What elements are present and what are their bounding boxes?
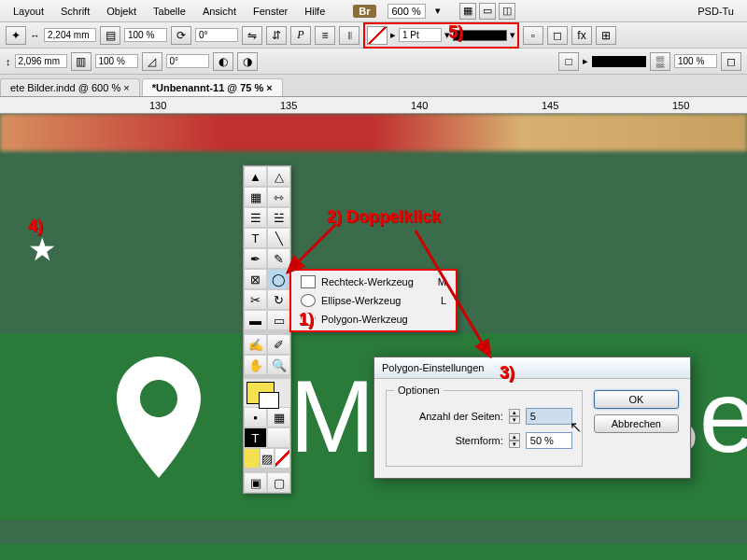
width-icon: ↔	[30, 30, 40, 41]
bridge-button[interactable]: Br	[353, 5, 375, 18]
zoom-level[interactable]: 600 %	[388, 4, 426, 19]
gradient-swatch-tool[interactable]: ▬	[244, 310, 267, 330]
eyedropper-tool[interactable]: ✐	[267, 334, 290, 355]
no-fill-icon[interactable]	[367, 26, 388, 45]
flip-h-icon[interactable]: ⇋	[242, 26, 262, 45]
scissors-tool[interactable]: ✂	[244, 289, 267, 310]
scale-y-icon[interactable]: ▥	[71, 52, 92, 71]
annotation-1: 1)	[299, 310, 314, 329]
note-tool[interactable]: ✍	[244, 334, 267, 355]
gradient-swatch[interactable]: ▨	[260, 448, 275, 469]
stroke-arrow-icon[interactable]: ▸	[390, 29, 396, 41]
horizontal-ruler[interactable]: 130 135 140 145 150	[0, 97, 747, 114]
normal-view-icon[interactable]: ▣	[244, 472, 267, 493]
annotation-5: 5)	[448, 22, 463, 42]
ellipse-tool-item[interactable]: Ellipse-WerkzeugL	[293, 291, 454, 310]
pen-tool[interactable]: ✒	[244, 248, 267, 269]
zoom-tool[interactable]: 🔍	[267, 355, 290, 375]
width-field[interactable]	[44, 28, 96, 42]
menu-schrift[interactable]: Schrift	[53, 6, 97, 17]
fill-swatch-icon[interactable]: □	[558, 52, 579, 71]
free-transform-tool[interactable]: ↻	[267, 289, 290, 310]
gap-tool[interactable]: ⇿	[267, 187, 290, 207]
apply-color-icon[interactable]: ▪	[244, 407, 267, 427]
paragraph-icon[interactable]: P	[290, 26, 311, 45]
menu-ansicht[interactable]: Ansicht	[195, 6, 244, 17]
star-spinner[interactable]: ▴▾	[509, 433, 520, 448]
misc-icon-2[interactable]: ◑	[237, 52, 258, 71]
scale-x-field[interactable]	[124, 28, 167, 42]
height-field[interactable]	[15, 54, 67, 68]
reference-point-icon[interactable]: ✦	[6, 26, 26, 45]
rotation-field[interactable]	[195, 28, 238, 42]
preview-view-icon[interactable]: ▢	[267, 472, 290, 493]
fill-arrow-icon[interactable]: ▸	[583, 55, 588, 67]
annotation-3: 3)	[500, 363, 514, 383]
large-letter-m: M	[289, 357, 375, 475]
zoom-dropdown-icon[interactable]: ▾	[428, 5, 448, 17]
main-menu: Layout Schrift Objekt Tabelle Ansicht Fe…	[0, 0, 747, 22]
distribute-icon[interactable]: ⫴	[339, 26, 359, 45]
sides-spinner[interactable]: ▴▾	[509, 409, 520, 424]
stroke-style-dropdown-icon[interactable]: ▾	[510, 29, 515, 41]
cursor-icon: ↖	[570, 418, 582, 436]
selection-tool[interactable]: ▲	[244, 166, 267, 187]
direct-selection-tool[interactable]: △	[267, 166, 290, 187]
options-label: Optionen	[394, 385, 444, 396]
opacity-field[interactable]	[674, 54, 717, 68]
ok-button[interactable]: OK	[594, 390, 679, 409]
dialog-titlebar[interactable]: Polygon-Einstellungen	[374, 357, 690, 379]
arrange-icon[interactable]: ◫	[499, 3, 515, 20]
wrap-icon[interactable]: fx	[571, 26, 592, 45]
formatting-icon[interactable]	[267, 427, 290, 448]
fill-stroke-swatch[interactable]	[247, 382, 275, 404]
scale-icon[interactable]: ▤	[100, 26, 120, 45]
menu-fenster[interactable]: Fenster	[246, 6, 295, 17]
tab-1[interactable]: ete Bilder.indd @ 600 % ×	[0, 78, 140, 96]
effects-icon[interactable]: ▫	[523, 26, 543, 45]
frame-fit-icon[interactable]: ⊞	[596, 26, 616, 45]
shear-icon[interactable]: ◿	[142, 52, 162, 71]
rotate-icon[interactable]: ⟳	[171, 26, 191, 45]
menu-layout[interactable]: Layout	[6, 6, 51, 17]
rectangle-tool-item[interactable]: Rechteck-WerkzeugM	[293, 273, 454, 291]
apply-gradient-icon[interactable]: ▦	[267, 407, 290, 427]
tab-2[interactable]: *Unbenannt-11 @ 75 % ×	[142, 78, 283, 96]
scale-y-field[interactable]	[95, 54, 138, 68]
apply-none-icon[interactable]: T	[244, 427, 267, 448]
type-tool[interactable]: T	[244, 228, 267, 248]
fill-color-swatch[interactable]	[592, 56, 646, 67]
menu-hilfe[interactable]: Hilfe	[297, 6, 332, 17]
shear-field[interactable]	[166, 54, 209, 68]
rectangle-frame-tool[interactable]: ⊠	[244, 269, 267, 289]
close-icon[interactable]: ×	[266, 82, 272, 93]
yellow-swatch[interactable]	[244, 448, 260, 469]
content-placer-tool[interactable]: ☱	[267, 207, 290, 228]
line-tool[interactable]: ╲	[267, 228, 290, 248]
misc-icon-1[interactable]: ◐	[213, 52, 233, 71]
polygon-tool-item[interactable]: Polygon-Werkzeug	[293, 310, 454, 329]
star-shape[interactable]: ★	[28, 231, 56, 268]
stroke-weight-field[interactable]	[399, 28, 442, 42]
screen-mode-icon[interactable]: ▭	[479, 3, 496, 20]
opacity-icon[interactable]: ▒	[650, 52, 670, 71]
content-collector-tool[interactable]: ☰	[244, 207, 267, 228]
hand-tool[interactable]: ✋	[244, 355, 267, 375]
canvas-area[interactable]: M ße ★ ▲△ ▦⇿ ☰☱ T╲ ✒✎ ⊠◯ ✂↻ ▬▭ ✍✐ ✋🔍 ▪▦ …	[0, 114, 747, 560]
view-mode-icon[interactable]: ▦	[459, 3, 476, 20]
none-swatch[interactable]	[275, 448, 290, 469]
page-tool[interactable]: ▦	[244, 187, 267, 207]
corner-icon[interactable]: ◻	[547, 26, 568, 45]
ellipse-tool[interactable]: ◯	[267, 269, 290, 289]
misc-icon-3[interactable]: ◻	[721, 52, 741, 71]
gradient-feather-tool[interactable]: ▭	[267, 310, 290, 330]
close-icon[interactable]: ×	[123, 82, 129, 93]
cancel-button[interactable]: Abbrechen	[594, 414, 679, 433]
align-icon[interactable]: ≡	[315, 26, 335, 45]
menu-objekt[interactable]: Objekt	[99, 6, 144, 17]
menu-tabelle[interactable]: Tabelle	[146, 6, 193, 17]
pencil-tool[interactable]: ✎	[267, 248, 290, 269]
star-input[interactable]	[526, 432, 572, 449]
flip-v-icon[interactable]: ⇵	[266, 26, 287, 45]
sides-input[interactable]	[526, 408, 572, 425]
